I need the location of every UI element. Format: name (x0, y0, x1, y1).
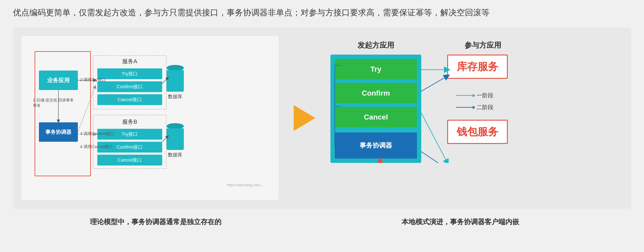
call-try-label: 2 调用Try接口 (80, 77, 106, 83)
cancel-button: Cancel (335, 107, 417, 127)
svg-line-7 (421, 76, 447, 91)
phase2-line (456, 107, 473, 108)
service-b-area: 服务B Try接口 Confirm接口 Cancel接口 (97, 118, 162, 165)
call-confirm-label: 4 调用Confirm接口 (80, 131, 114, 136)
service-a-area: 服务A Try接口 Confirm接口 Cancel接口 (97, 58, 162, 105)
participant-header: 参与方应用 (464, 40, 501, 50)
right-coordinator-box: 事务协调器 (335, 132, 417, 159)
service-a-label: 服务A (97, 58, 162, 65)
service-b-cancel: Cancel接口 (97, 155, 162, 165)
try-button: Try (335, 59, 417, 79)
wallet-service-box: 钱包服务 (447, 120, 508, 144)
legend-phase2: 二阶段 (456, 104, 508, 111)
arrow-shape (294, 105, 315, 131)
start-biz-label: 1 启动事务 (33, 98, 44, 108)
bottom-left-label: 理论模型中，事务协调器通常是独立存在的 (17, 217, 294, 227)
center-arrow (292, 36, 318, 200)
service-b-label: 服务B (97, 118, 162, 126)
watermark: https://www.blog.com/... (227, 183, 264, 187)
phase1-label: 一阶段 (476, 92, 494, 99)
initiator-header: 发起方应用 (330, 40, 421, 50)
inventory-service-box: 库存服务 (447, 55, 508, 79)
bottom-right-label: 本地模式演进，事务协调器客户端内嵌 (294, 217, 627, 227)
call-cancel-label: 4 调用Cancel接口 (80, 144, 113, 149)
phase2-label: 二阶段 (476, 104, 494, 111)
svg-line-8 (421, 113, 447, 162)
phase1-line (456, 95, 473, 96)
transaction-coordinator-box: 事务协调器 (39, 122, 78, 142)
right-services-column: 库存服务 一阶段 二阶段 钱包服务 (447, 55, 508, 144)
cylinder-body-a (166, 70, 184, 92)
right-diagram: Try Confirm Cancel 事务协调器 库存服务 一阶段 (330, 55, 618, 163)
cylinder-body-b (166, 128, 184, 150)
database-b: 数据库 (166, 122, 184, 158)
business-app-box: 业务应用 (39, 71, 78, 90)
right-panel: 发起方应用 参与方应用 Try Confirm Cancel 事务协调器 库存服… (318, 36, 622, 200)
svg-line-9 (421, 152, 447, 163)
right-headers: 发起方应用 参与方应用 (330, 40, 618, 50)
right-diagram-wrapper: Try Confirm Cancel 事务协调器 库存服务 一阶段 (330, 55, 618, 163)
confirm-button: Confirm (335, 83, 417, 103)
left-diagram: 业务应用 事务协调器 服务A Try接口 Confirm接口 Cancel接口 (30, 45, 270, 191)
main-diagram-area: 业务应用 事务协调器 服务A Try接口 Confirm接口 Cancel接口 (13, 27, 631, 209)
service-a-cancel: Cancel接口 (97, 94, 162, 105)
db-a-label: 数据库 (168, 93, 182, 100)
top-description: 优点编码更简单，仅需发起方改造，参与方只需提供接口，事务协调器非单点；对参与方接… (13, 6, 631, 19)
legend: 一阶段 二阶段 (456, 92, 508, 111)
service-a-try: Try接口 (97, 68, 162, 79)
bottom-labels: 理论模型中，事务协调器通常是独立存在的 本地模式演进，事务协调器客户端内嵌 (13, 217, 631, 227)
service-a-confirm: Confirm接口 (97, 81, 162, 92)
database-a: 数据库 (166, 64, 184, 100)
db-b-label: 数据库 (168, 152, 182, 158)
left-panel: 业务应用 事务协调器 服务A Try接口 Confirm接口 Cancel接口 (22, 36, 278, 200)
service-a-items: Try接口 Confirm接口 Cancel接口 (97, 68, 162, 105)
red-border-box (34, 51, 91, 176)
legend-phase1: 一阶段 (456, 92, 508, 99)
submit-rollback-label: 3 提交或 回滚事务 (42, 98, 74, 103)
tcc-container: Try Confirm Cancel 事务协调器 (330, 55, 421, 163)
